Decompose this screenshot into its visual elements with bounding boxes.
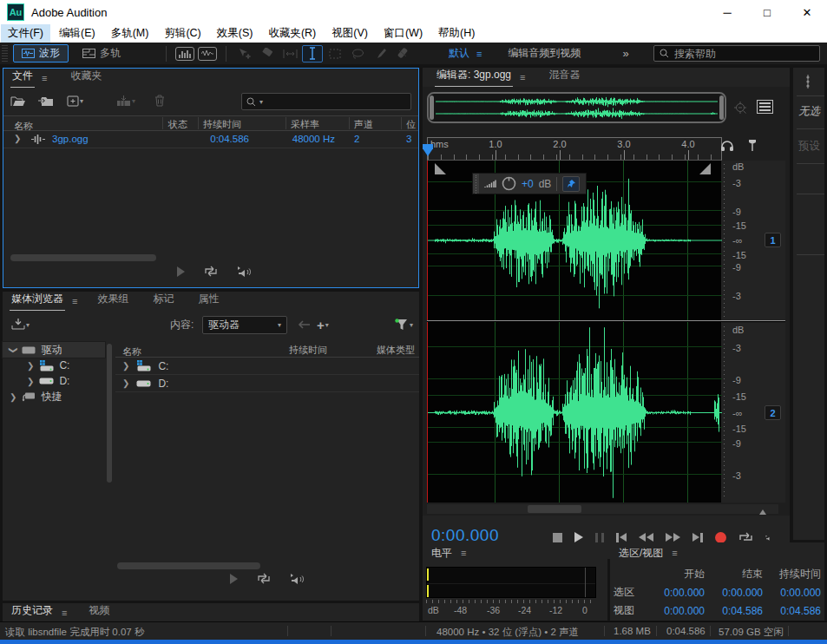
tab-effects-rack[interactable]: 效果组	[89, 289, 137, 311]
delete-icon[interactable]	[154, 95, 165, 107]
tab-editor[interactable]: 编辑器: 3gp.ogg	[428, 65, 520, 87]
preview-play-icon[interactable]	[230, 574, 238, 584]
zoom-reset-icon[interactable]	[733, 101, 749, 116]
tree-item-d-drive[interactable]: ❯ D:	[3, 373, 105, 389]
fast-forward-button[interactable]	[666, 533, 680, 542]
channel-2-badge[interactable]: 2	[765, 405, 781, 420]
move-tool[interactable]	[234, 45, 255, 62]
workspace-item[interactable]: 编辑音频到视频	[508, 46, 581, 61]
skip-to-end-button[interactable]	[692, 533, 703, 542]
column-bits[interactable]: 位	[406, 118, 416, 131]
workspace-label[interactable]: 默认	[449, 46, 469, 61]
view-start[interactable]: 0:00.000	[647, 605, 705, 617]
back-arrow-icon[interactable]	[298, 320, 310, 329]
tree-item-c-drive[interactable]: ❯ C:	[3, 358, 105, 373]
workspace-overflow-chevron[interactable]: »	[622, 47, 627, 60]
media-row-c[interactable]: ❯ C:	[115, 358, 419, 375]
playhead-marker[interactable]	[423, 148, 433, 161]
column-duration[interactable]: 持续时间	[203, 118, 241, 131]
expand-icon[interactable]: ❯	[27, 377, 34, 386]
file-name[interactable]: 3gp.ogg	[52, 134, 89, 144]
preview-loop-icon[interactable]	[257, 573, 271, 584]
channel-2-wave[interactable]	[427, 323, 722, 503]
import-file-icon[interactable]	[38, 95, 55, 107]
preview-loop-icon[interactable]	[204, 266, 218, 277]
open-file-icon[interactable]	[10, 95, 26, 107]
channel-1-badge[interactable]: 1	[765, 233, 781, 247]
waveform-canvas[interactable]: +0 dB	[427, 161, 722, 503]
marker-pin-icon[interactable]	[748, 139, 757, 152]
history-menu-icon[interactable]: ≡	[62, 608, 69, 622]
selection-duration[interactable]: 0:00.000	[763, 587, 821, 599]
gain-hud[interactable]: +0 dB	[472, 173, 587, 194]
levels-title[interactable]: 电平	[431, 546, 452, 561]
strip-label-presets[interactable]: 预设	[798, 139, 820, 154]
headphones-icon[interactable]	[720, 139, 734, 152]
import-to-files-icon[interactable]: ▾	[11, 319, 30, 331]
selection-end[interactable]: 0:00.000	[705, 587, 763, 599]
column-status[interactable]: 状态	[168, 118, 187, 131]
insert-into-multitrack-icon[interactable]: ▾	[116, 95, 135, 107]
editor-horizontal-scrollbar[interactable]	[427, 504, 778, 514]
media-row-d[interactable]: ❯ D:	[115, 375, 419, 392]
levels-menu-icon[interactable]: ≡	[461, 548, 466, 558]
tree-item-shortcuts[interactable]: ❯ 快捷	[3, 389, 105, 404]
stop-button[interactable]	[553, 533, 562, 542]
spectral-pitch-toggle[interactable]	[197, 45, 218, 62]
tab-video[interactable]: 视频	[80, 601, 118, 622]
menu-clip[interactable]: 剪辑(C)	[157, 24, 207, 43]
channel-1-wave[interactable]: +0 dB	[427, 161, 722, 320]
editor-menu-icon[interactable]: ≡	[520, 72, 528, 87]
new-item-icon[interactable]: ▾	[67, 95, 83, 107]
expander-icon[interactable]: ❯	[14, 134, 21, 143]
menu-effects[interactable]: 效果(S)	[210, 24, 260, 43]
gain-knob-icon[interactable]	[502, 176, 516, 191]
time-ruler[interactable]: hms 1.0 2.0 3.0 4.0	[427, 137, 722, 161]
column-sample-rate[interactable]: 采样率	[291, 118, 319, 131]
tab-favorites[interactable]: 收藏夹	[62, 66, 110, 88]
preview-play-icon[interactable]	[177, 266, 185, 277]
files-horizontal-scrollbar[interactable]	[10, 254, 156, 261]
expand-icon[interactable]: ❯	[122, 361, 129, 371]
expand-icon[interactable]: ❯	[122, 378, 129, 388]
toolbar-grip[interactable]	[2, 45, 8, 62]
fade-out-handle[interactable]	[699, 163, 711, 174]
marquee-selection-tool[interactable]	[325, 45, 345, 62]
monitor-input-button[interactable]	[765, 532, 772, 543]
tab-media-browser[interactable]: 媒体浏览器	[3, 289, 72, 311]
files-search-box[interactable]: ▾	[241, 93, 411, 110]
help-search-box[interactable]	[653, 45, 820, 62]
preview-autoplay-icon[interactable]	[290, 573, 305, 584]
paintbrush-tool[interactable]	[370, 45, 391, 62]
level-meter[interactable]	[426, 567, 596, 598]
selection-view-title[interactable]: 选区/视图	[619, 546, 663, 561]
view-duration[interactable]: 0:04.586	[763, 605, 821, 617]
razor-tool[interactable]	[257, 45, 278, 62]
expand-icon[interactable]: ❯	[10, 392, 16, 402]
lasso-selection-tool[interactable]	[347, 45, 368, 62]
fade-in-handle[interactable]	[435, 163, 446, 174]
menu-multitrack[interactable]: 多轨(M)	[104, 24, 156, 43]
expand-icon[interactable]: ❯	[27, 361, 34, 371]
pause-button[interactable]	[595, 533, 604, 542]
selection-view-menu-icon[interactable]: ≡	[672, 548, 677, 558]
tab-mixer[interactable]: 混音器	[540, 65, 588, 87]
waveform-view-button[interactable]: 波形	[13, 44, 69, 62]
time-selection-tool[interactable]	[302, 45, 323, 62]
menu-help[interactable]: 帮助(H)	[431, 24, 482, 43]
skip-to-start-button[interactable]	[616, 533, 627, 542]
tree-vertical-scrollbar[interactable]	[107, 344, 112, 483]
column-channels[interactable]: 声道	[354, 118, 373, 131]
loop-playback-button[interactable]	[738, 531, 753, 543]
record-button[interactable]	[715, 532, 726, 543]
column-media-type[interactable]: 媒体类型	[377, 344, 415, 357]
help-search-input[interactable]	[674, 48, 787, 60]
waveform-overview[interactable]	[427, 92, 726, 123]
pin-hud-icon[interactable]	[562, 176, 580, 192]
channel-divider[interactable]	[427, 320, 785, 322]
menu-window[interactable]: 窗口(W)	[377, 24, 430, 43]
close-button[interactable]: ✕	[787, 0, 827, 24]
scroll-arrow-icon[interactable]	[759, 506, 766, 515]
content-dropdown[interactable]: 驱动器 ▾	[202, 316, 287, 334]
view-end[interactable]: 0:04.586	[705, 605, 763, 617]
